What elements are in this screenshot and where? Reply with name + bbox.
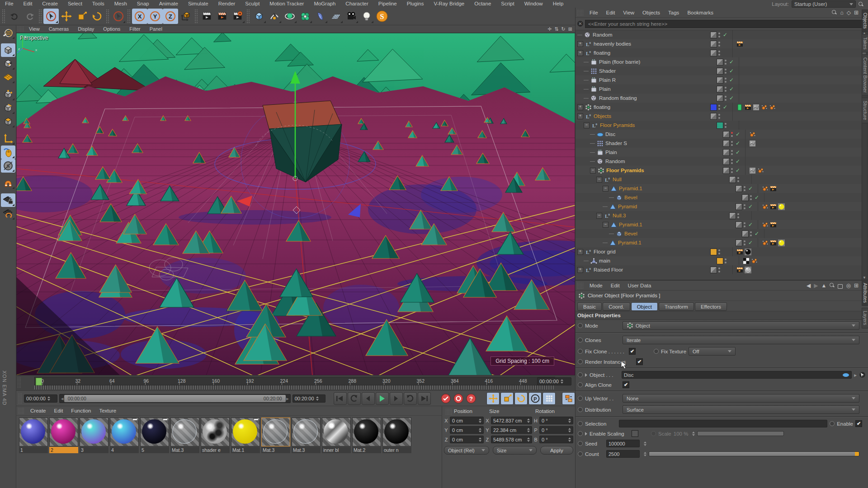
tree-item-random[interactable]: Random✓: [576, 157, 868, 166]
enable-check[interactable]: ✓: [753, 230, 760, 237]
key-scale-toggle[interactable]: [500, 392, 514, 405]
expand-toggle[interactable]: +: [577, 50, 583, 56]
material-swatch-outer-n[interactable]: outer n: [382, 418, 411, 453]
mat-yellow-tag-icon[interactable]: [778, 239, 785, 246]
enable-check[interactable]: ✓: [747, 221, 754, 228]
viewport-menu-cameras[interactable]: Cameras: [44, 26, 74, 32]
home-icon[interactable]: ⌂: [840, 9, 843, 16]
workplane-align-button[interactable]: [1, 207, 15, 221]
tree-item-floor-pyramids[interactable]: −L0Floor Pyramids: [576, 121, 868, 130]
checker-tag-icon[interactable]: [743, 258, 750, 264]
visibility-dots[interactable]: [717, 249, 722, 254]
tree-item-pyramid-1[interactable]: −Pyramid.1✓: [576, 184, 868, 193]
material-menu-create[interactable]: Create: [26, 408, 50, 413]
add-cube-button[interactable]: [251, 9, 267, 24]
enable-check[interactable]: ✓: [753, 194, 760, 201]
enable-check[interactable]: ✓: [722, 104, 729, 110]
particles-tag-icon[interactable]: [762, 221, 769, 228]
current-frame-field[interactable]: 00:00:00: [537, 377, 571, 385]
side-tab-structure[interactable]: Structure: [862, 98, 868, 123]
layer-color-chip[interactable]: [710, 41, 717, 47]
side-tab-layers[interactable]: Layers: [862, 308, 868, 328]
panel-drag-handle[interactable]: [18, 408, 25, 414]
count-slider[interactable]: [649, 451, 859, 456]
layer-color-chip[interactable]: [742, 194, 749, 201]
object-manager-menu-file[interactable]: File: [585, 10, 602, 15]
anim-dot[interactable]: [830, 421, 835, 426]
menu-window[interactable]: Window: [519, 0, 548, 8]
make-editable-button[interactable]: [1, 26, 15, 40]
layer-color-chip[interactable]: [723, 167, 730, 174]
panel-drag-handle[interactable]: [577, 282, 584, 289]
clear-search-icon[interactable]: ✕: [577, 21, 583, 27]
move-button[interactable]: [59, 9, 74, 24]
object-link-field[interactable]: Disc: [622, 371, 852, 379]
tree-item-floor-grid[interactable]: +L0Floor grid: [576, 247, 868, 256]
visibility-dots[interactable]: [736, 177, 741, 182]
key-parameter-toggle[interactable]: P: [528, 392, 542, 405]
add-mograph-button[interactable]: [297, 9, 313, 24]
material-swatch-mat-3[interactable]: Mat.3: [292, 418, 321, 453]
menu-motion-tracker[interactable]: Motion Tracker: [264, 0, 309, 8]
tree-item-pyramid-1[interactable]: Pyramid.1✓: [576, 238, 868, 247]
layer-color-chip[interactable]: [717, 68, 723, 75]
particles-tag-icon[interactable]: [762, 185, 769, 192]
last-tool-button[interactable]: [111, 9, 126, 24]
layer-color-chip[interactable]: [710, 113, 717, 120]
anim-dot[interactable]: [578, 421, 583, 426]
layer-color-chip[interactable]: [710, 267, 717, 273]
render-instances-checkbox[interactable]: ✔: [636, 358, 643, 365]
layer-color-chip[interactable]: [710, 32, 717, 38]
search-icon[interactable]: [859, 2, 863, 7]
attribute-tab-transform[interactable]: Transform: [659, 302, 694, 311]
visibility-dots[interactable]: [723, 123, 728, 128]
enable-check[interactable]: ✓: [734, 140, 741, 146]
visibility-dots[interactable]: [749, 231, 753, 236]
mat-black-tag-icon[interactable]: [745, 249, 751, 255]
anim-dot[interactable]: [578, 451, 583, 456]
axis-mode-button[interactable]: [1, 132, 15, 145]
material-swatch-inner-bl[interactable]: inner bl: [322, 418, 351, 453]
expand-toggle[interactable]: +: [577, 41, 583, 47]
workplane-mode-button[interactable]: [1, 70, 15, 84]
tree-item-objects[interactable]: +L0Objects: [576, 112, 868, 121]
zoom-view-icon[interactable]: ⇅: [554, 26, 558, 32]
tree-item-disc[interactable]: Disc✓: [576, 130, 868, 139]
clapper-tag-icon[interactable]: [770, 203, 777, 210]
visibility-dots[interactable]: [730, 150, 734, 155]
toggle-views-icon[interactable]: ⊞: [568, 26, 572, 32]
viewport-scene[interactable]: Perspective Grid Spacing : 100 cm y x z: [16, 33, 575, 375]
render-settings-button[interactable]: [230, 9, 245, 24]
autokeying-button[interactable]: [453, 393, 464, 404]
visibility-dots[interactable]: [742, 204, 747, 209]
pan-view-icon[interactable]: ✛: [547, 26, 552, 32]
enable-check[interactable]: ✓: [722, 32, 729, 38]
layer-color-chip[interactable]: [717, 59, 723, 66]
timeline-ruler[interactable]: 0326496128160192224256288320352384416448…: [16, 375, 575, 391]
enable-check[interactable]: ✓: [747, 239, 754, 246]
spinner[interactable]: [47, 396, 50, 401]
panel-drag-handle[interactable]: [577, 9, 584, 16]
history-back-icon[interactable]: ◀: [807, 282, 811, 289]
record-keyframe-button[interactable]: [440, 393, 452, 404]
menu-create[interactable]: Create: [37, 0, 63, 8]
panel-drag-handle[interactable]: [18, 393, 22, 404]
clapper-tag-icon[interactable]: [770, 221, 777, 228]
object-manager-menu-tags[interactable]: Tags: [664, 10, 683, 15]
spinner[interactable]: [561, 379, 563, 384]
menu-snap[interactable]: Snap: [132, 0, 154, 8]
layer-color-chip[interactable]: [710, 249, 717, 255]
rotation-h-field[interactable]: 0 °: [539, 417, 573, 424]
target-icon[interactable]: ◎: [846, 282, 850, 289]
key-position-toggle[interactable]: [486, 392, 500, 405]
rotation-p-field[interactable]: 0 °: [539, 426, 573, 434]
material-swatch-mat-2[interactable]: Mat.2: [352, 418, 381, 453]
key-rotation-toggle[interactable]: [514, 392, 528, 405]
side-tab-objects[interactable]: Objects: [862, 9, 868, 32]
layer-color-chip[interactable]: [736, 221, 742, 228]
anim-dot[interactable]: [578, 431, 583, 436]
expand-toggle[interactable]: +: [577, 104, 583, 110]
search-icon[interactable]: [830, 283, 835, 288]
tree-item-plain[interactable]: Plain✓: [576, 148, 868, 157]
material-swatch-5[interactable]: 5: [140, 418, 169, 453]
